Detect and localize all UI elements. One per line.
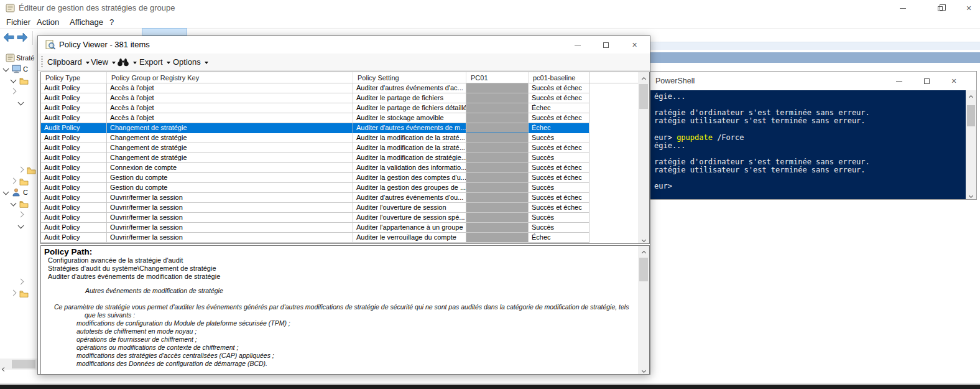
tree-horizontal-scrollbar[interactable] (0, 359, 39, 370)
chevron-right-icon[interactable] (18, 167, 24, 173)
chevron-down-icon[interactable] (3, 66, 9, 72)
tree-node[interactable] (0, 276, 37, 288)
ps-maximize-button[interactable] (914, 72, 939, 90)
powershell-console[interactable]: égie...ratégie d'ordinateur s'est termin… (650, 90, 976, 199)
table-cell: Succès (529, 213, 589, 223)
table-row[interactable]: Audit PolicyOuvrir/fermer la sessionAudi… (41, 203, 589, 213)
options-menu-button[interactable]: Options (173, 54, 208, 71)
chevron-right-icon[interactable] (18, 212, 24, 218)
console-scrollbar[interactable] (966, 90, 976, 199)
close-button[interactable]: × (955, 0, 980, 16)
tree-node[interactable] (0, 97, 37, 108)
tree-node[interactable] (0, 220, 37, 232)
toolbar-highlighted-button[interactable] (142, 28, 187, 35)
chevron-down-icon[interactable] (3, 189, 9, 195)
chevron-down-icon[interactable] (18, 223, 24, 229)
tree-node[interactable] (0, 176, 37, 187)
table-cell: Succès et échec (529, 163, 589, 173)
policy-viewer-window: Policy Viewer - 381 items × Clipboard Vi… (37, 35, 650, 375)
back-arrow-icon[interactable] (3, 32, 14, 42)
scroll-up-icon[interactable] (638, 246, 649, 256)
tree-node[interactable] (0, 75, 37, 86)
scrollbar-thumb[interactable] (639, 84, 648, 109)
table-row[interactable]: Audit PolicyAccès à l'objetAuditer le pa… (41, 93, 589, 103)
policy-path-line: Configuration avancée de la stratégie d'… (48, 256, 183, 264)
export-menu-button[interactable]: Export (139, 54, 170, 71)
chevron-right-icon[interactable] (11, 88, 17, 95)
table-cell: Succès et échec (529, 173, 589, 183)
pv-close-button[interactable]: × (621, 36, 649, 54)
clipboard-menu-button[interactable]: Clipboard (47, 54, 90, 71)
pv-maximize-button[interactable] (592, 36, 620, 54)
scroll-left-icon[interactable] (2, 362, 6, 373)
tree-node[interactable] (0, 198, 37, 209)
column-header-policy-type[interactable]: Policy Type (41, 72, 107, 83)
table-row[interactable]: Audit PolicyGestion du compteAuditer la … (41, 183, 589, 193)
toolbar-grip[interactable] (41, 56, 43, 68)
scroll-down-icon[interactable] (638, 363, 649, 374)
chevron-down-icon[interactable] (18, 100, 24, 106)
table-row[interactable]: Audit PolicyAccès à l'objetAuditer le pa… (41, 103, 589, 113)
table-row[interactable]: Audit PolicyChangement de stratégieAudit… (41, 123, 589, 133)
view-menu-button[interactable]: View (91, 54, 116, 71)
menu-aide[interactable]: ? (109, 16, 114, 29)
tree-node[interactable] (0, 288, 37, 299)
detail-bullet-line: modifications de configuration du Module… (76, 319, 290, 327)
policy-viewer-titlebar[interactable]: Policy Viewer - 381 items × (38, 36, 650, 54)
scroll-up-icon[interactable] (966, 90, 976, 101)
table-scrollbar[interactable] (638, 72, 649, 243)
menu-fichier[interactable]: Fichier (6, 16, 30, 29)
chevron-right-icon[interactable] (11, 290, 17, 296)
table-row[interactable]: Audit PolicyOuvrir/fermer la sessionAudi… (41, 223, 589, 233)
chevron-right-icon[interactable] (18, 279, 24, 285)
scrollbar-thumb[interactable] (967, 105, 975, 126)
tree-node[interactable] (0, 209, 37, 220)
tree-node[interactable] (0, 86, 37, 97)
menu-action[interactable]: Action (37, 16, 59, 29)
menu-affichage[interactable]: Affichage (70, 16, 103, 29)
tree-node[interactable]: C (0, 187, 37, 198)
detail-scrollbar[interactable] (638, 246, 649, 374)
restore-button[interactable] (926, 0, 955, 16)
column-header-pc01[interactable]: PC01 (466, 72, 529, 83)
table-cell: Auditer la modification de la straté... (353, 133, 466, 143)
scrollbar-thumb[interactable] (12, 360, 35, 368)
table-cell: Changement de stratégie (107, 143, 353, 153)
pv-minimize-button[interactable] (563, 36, 591, 54)
detail-bullet-line: modifications des Données de configurati… (76, 360, 267, 367)
table-row[interactable]: Audit PolicyOuvrir/fermer la sessionAudi… (41, 193, 589, 203)
table-row[interactable]: Audit PolicyConnexion de compteAuditer l… (41, 163, 589, 173)
table-cell: Ouvrir/fermer la session (107, 203, 353, 213)
table-row[interactable]: Audit PolicyAccès à l'objetAuditer le st… (41, 113, 589, 123)
chevron-down-icon[interactable] (11, 77, 17, 83)
scrollbar-thumb[interactable] (639, 258, 648, 281)
tree-node[interactable]: C (0, 63, 37, 75)
powershell-titlebar[interactable]: PowerShell × (650, 72, 976, 90)
ps-close-button[interactable]: × (941, 72, 966, 90)
table-row[interactable]: Audit PolicyAccès à l'objetAuditer d'aut… (41, 83, 589, 93)
table-row[interactable]: Audit PolicyChangement de stratégieAudit… (41, 143, 589, 153)
table-row[interactable]: Audit PolicyOuvrir/fermer la sessionAudi… (41, 213, 589, 223)
table-cell: Ouvrir/fermer la session (107, 213, 353, 223)
column-header-pc01-baseline[interactable]: pc01-baseline (529, 72, 589, 83)
table-cell: Audit Policy (41, 83, 107, 93)
scroll-up-icon[interactable] (638, 72, 649, 83)
scroll-down-icon[interactable] (966, 189, 976, 199)
table-row[interactable]: Audit PolicyChangement de stratégieAudit… (41, 153, 589, 163)
scroll-down-icon[interactable] (638, 233, 649, 243)
table-cell: Auditer le stockage amovible (353, 113, 466, 123)
forward-arrow-icon[interactable] (17, 32, 28, 42)
column-header-policy-group[interactable]: Policy Group or Registry Key (107, 72, 353, 83)
chevron-right-icon[interactable] (11, 178, 17, 184)
table-row[interactable]: Audit PolicyGestion du compteAuditer la … (41, 173, 589, 183)
table-row[interactable]: Audit PolicyChangement de stratégieAudit… (41, 133, 589, 143)
column-header-policy-setting[interactable]: Policy Setting (353, 72, 466, 83)
tree-node[interactable]: Straté (0, 52, 37, 63)
tree-node[interactable] (0, 164, 37, 176)
ps-minimize-button[interactable] (887, 72, 912, 90)
table-cell: Échec (529, 123, 589, 133)
chevron-down-icon[interactable] (11, 200, 17, 207)
table-row[interactable]: Audit PolicyOuvrir/fermer la sessionAudi… (41, 233, 589, 243)
find-menu-button[interactable] (117, 54, 137, 71)
minimize-button[interactable] (889, 0, 917, 16)
